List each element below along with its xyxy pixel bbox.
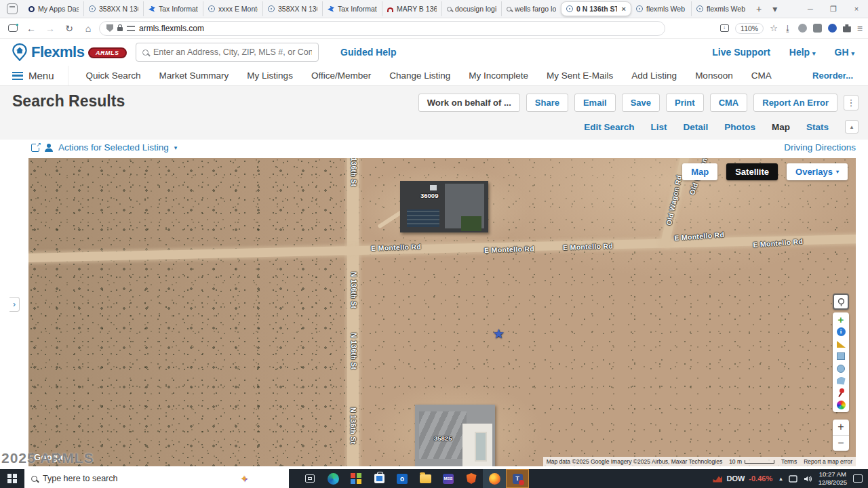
microsoft-365-icon[interactable] — [344, 469, 368, 488]
pan-tool-button[interactable] — [833, 293, 849, 310]
microsoft-store-icon[interactable] — [368, 469, 391, 488]
nav-item-cma[interactable]: CMA — [751, 70, 772, 81]
reload-button[interactable]: ↻ — [61, 23, 77, 34]
zoom-level-chip[interactable]: 110% — [735, 23, 764, 34]
extension-icon-2[interactable] — [813, 24, 822, 33]
more-actions-kebab-icon[interactable]: ⋮ — [844, 95, 859, 110]
site-settings-icon[interactable] — [127, 26, 135, 31]
maximize-button[interactable]: ❐ — [822, 5, 845, 14]
collapse-results-button[interactable]: ▴ — [845, 120, 859, 134]
cma-button[interactable]: CMA — [710, 94, 748, 112]
split-view-icon[interactable] — [8, 24, 18, 32]
user-menu[interactable]: GH ▾ — [835, 47, 854, 58]
reorder-link[interactable]: Reorder... — [812, 70, 868, 81]
teams-icon[interactable]: T — [506, 469, 529, 488]
firefox-icon[interactable] — [483, 469, 506, 488]
overlays-button[interactable]: Overlays▾ — [787, 163, 848, 180]
browser-tab[interactable]: 358XX N 136th S — [83, 1, 143, 16]
copilot-sparkle-icon[interactable]: ✦ — [240, 473, 248, 484]
task-view-icon[interactable] — [298, 469, 321, 488]
browser-tab[interactable]: flexmls Web — [691, 1, 751, 16]
nav-item-my-listings[interactable]: My Listings — [247, 70, 293, 81]
edge-icon[interactable] — [321, 469, 344, 488]
map-view-button[interactable]: Map — [682, 163, 717, 180]
person-icon[interactable] — [45, 144, 53, 152]
nav-item-my-incomplete[interactable]: My Incomplete — [469, 70, 528, 81]
new-tab-button[interactable]: + — [751, 3, 767, 14]
speaker-icon[interactable] — [804, 475, 812, 483]
share-button[interactable]: Share — [526, 94, 568, 112]
taskbar-search-box[interactable]: Type here to search ✦ — [24, 469, 289, 488]
brave-icon[interactable] — [460, 469, 483, 488]
view-tab-stats[interactable]: Stats — [806, 122, 829, 132]
flexmls-logo[interactable]: Flexmls — [12, 43, 84, 61]
global-search-input[interactable] — [153, 47, 312, 57]
actions-for-selected-listing[interactable]: Actions for Selected Listing ▾ — [31, 142, 177, 152]
polygon-draw-tool-icon[interactable] — [837, 377, 846, 385]
browser-tab[interactable]: MARY B 136 219 — [382, 1, 441, 16]
extensions-puzzle-icon[interactable] — [843, 24, 851, 33]
view-tab-edit-search[interactable]: Edit Search — [584, 122, 634, 132]
nav-item-monsoon[interactable]: Monsoon — [695, 70, 733, 81]
zoom-in-button[interactable]: + — [833, 420, 849, 435]
extension-icon-1[interactable] — [798, 24, 807, 33]
home-button[interactable]: ⌂ — [80, 23, 96, 34]
tab-list-chevron-icon[interactable]: ▾ — [767, 3, 783, 14]
view-tab-list[interactable]: List — [650, 122, 667, 132]
selected-listing-star-icon[interactable]: ★ — [493, 327, 505, 340]
help-menu[interactable]: Help ▾ — [789, 47, 816, 58]
satellite-map[interactable]: 3600935825 N 136th StN 136th StN 136th S… — [28, 158, 856, 466]
extension-icon-3[interactable] — [828, 24, 837, 33]
pushpin-tool-icon[interactable] — [837, 388, 846, 397]
nav-item-market-summary[interactable]: Market Summary — [159, 70, 229, 81]
rectangle-draw-tool-icon[interactable] — [837, 352, 845, 360]
report-map-error-link[interactable]: Report a map error — [800, 457, 856, 466]
measure-tool-icon[interactable] — [837, 341, 846, 348]
add-marker-tool-icon[interactable]: + — [837, 315, 846, 324]
clock[interactable]: 10:27 AM 12/8/2025 — [818, 470, 847, 487]
tab-close-icon[interactable]: × — [620, 5, 626, 13]
nav-item-change-listing[interactable]: Change Listing — [389, 70, 450, 81]
nav-item-quick-search[interactable]: Quick Search — [86, 70, 141, 81]
tab-manager-icon[interactable] — [7, 3, 18, 14]
work-on-behalf-button[interactable]: Work on behalf of ... — [418, 94, 520, 112]
menu-button[interactable]: Menu — [0, 66, 68, 85]
zoom-out-button[interactable]: − — [833, 435, 849, 451]
minimize-button[interactable]: ─ — [799, 5, 822, 13]
start-button[interactable] — [0, 469, 24, 488]
print-button[interactable]: Print — [666, 94, 704, 112]
live-support-link[interactable]: Live Support — [712, 47, 770, 58]
terms-link[interactable]: Terms — [778, 457, 800, 466]
stock-widget[interactable]: DOW -0.46% — [713, 474, 772, 483]
color-wheel-tool-icon[interactable] — [837, 401, 846, 409]
view-tab-detail[interactable]: Detail — [683, 122, 708, 132]
reading-list-icon[interactable] — [720, 24, 729, 32]
file-explorer-icon[interactable] — [414, 469, 437, 488]
external-link-icon[interactable] — [31, 144, 39, 152]
browser-tab[interactable]: flexmls Web — [631, 1, 691, 16]
shield-icon[interactable] — [106, 24, 113, 32]
global-search-box[interactable] — [136, 43, 319, 62]
outlook-icon[interactable]: o — [391, 469, 414, 488]
tray-chevron-icon[interactable]: ▴ — [779, 475, 783, 482]
notification-center-icon[interactable] — [853, 474, 863, 483]
circle-draw-tool-icon[interactable] — [837, 365, 845, 373]
guided-help-link[interactable]: Guided Help — [340, 47, 396, 58]
url-text[interactable]: armls.flexmls.com — [139, 24, 204, 33]
browser-tab[interactable]: wells fargo login — [501, 1, 561, 16]
back-button[interactable]: ← — [23, 23, 39, 34]
close-button[interactable]: × — [845, 5, 868, 13]
browser-tab[interactable]: My Apps Dashbo — [24, 1, 83, 16]
view-tab-photos[interactable]: Photos — [724, 122, 755, 132]
info-tool-icon[interactable]: i — [837, 327, 846, 336]
nav-item-my-sent-e-mails[interactable]: My Sent E-Mails — [547, 70, 613, 81]
save-button[interactable]: Save — [622, 94, 660, 112]
email-button[interactable]: Email — [574, 94, 616, 112]
browser-tab[interactable]: Tax Information - — [143, 1, 203, 16]
satellite-view-button[interactable]: Satellite — [726, 163, 778, 180]
forward-button[interactable]: → — [42, 23, 58, 34]
browser-menu-icon[interactable]: ≡ — [857, 23, 863, 34]
nav-item-office-member[interactable]: Office/Member — [311, 70, 371, 81]
mls-app-icon[interactable]: MSS — [437, 469, 460, 488]
browser-tab[interactable]: docusign login - — [441, 1, 501, 16]
